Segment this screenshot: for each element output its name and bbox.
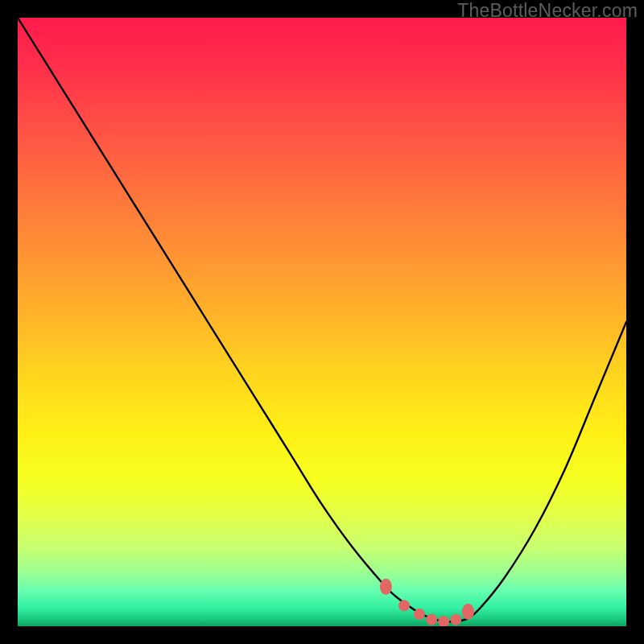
marker-dot [462,604,474,620]
marker-dot [450,614,461,625]
chart-frame [18,18,626,626]
marker-dot [380,579,392,595]
chart-svg [18,18,626,626]
plot-area [18,18,626,626]
flat-region-markers [380,579,474,626]
marker-dot [414,609,425,620]
bottleneck-curve [18,18,626,621]
marker-dot [398,600,410,611]
marker-dot [426,614,437,625]
marker-dot [438,616,449,626]
